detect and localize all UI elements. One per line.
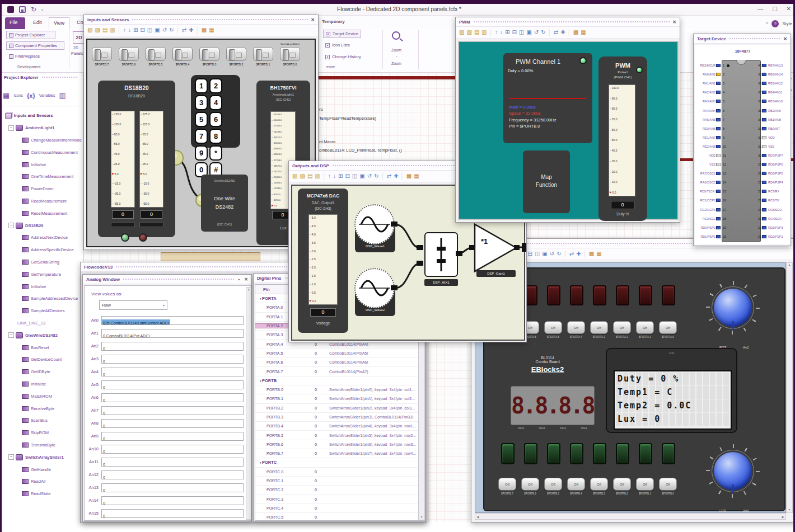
keypad-key[interactable]: 3 xyxy=(195,95,208,110)
tree-item[interactable]: AddressNextDevice xyxy=(2,232,83,244)
tree-item[interactable]: Initialise xyxy=(2,280,83,293)
close-icon[interactable]: ✕ xyxy=(672,20,676,25)
channel-value-field[interactable]: 0 xyxy=(101,380,244,389)
pin-row[interactable]: PORTB.40SwitchArraySlider1(pin4), keypad… xyxy=(255,422,418,431)
ds18b20-slider-2[interactable]: 125.0105.085.065.045.025.05.0-15.0-35.0-… xyxy=(139,111,163,208)
zoom-icon[interactable] xyxy=(392,31,400,40)
tree-item[interactable]: ChangeMeasurementMode xyxy=(2,134,83,147)
dsp-gain-triangle[interactable] xyxy=(475,224,516,271)
pin-row[interactable]: PORTA.70ComboBL0114(PinA7) xyxy=(255,367,418,376)
close-button[interactable]: ✕ xyxy=(787,6,791,12)
toolbar-icon[interactable]: │ xyxy=(381,173,385,179)
zoom-minus[interactable]: - xyxy=(396,54,397,58)
channel-value-field[interactable]: 0 xyxy=(101,432,244,441)
toolbar-icon[interactable]: │ xyxy=(489,30,493,35)
toolbar-icon[interactable]: ✚ xyxy=(560,30,565,35)
tree-item[interactable]: Initialise xyxy=(2,158,83,171)
toolbar-icon[interactable]: ⊟ xyxy=(140,27,144,33)
port-b-switch-button[interactable]: Off xyxy=(521,478,539,491)
toolbar-icon[interactable]: ▨ xyxy=(95,27,100,33)
toolbar-icon[interactable]: ⊟ xyxy=(345,173,349,179)
tree-item[interactable]: AmbientLight1 xyxy=(2,122,83,134)
tab-edit[interactable]: Edit xyxy=(29,17,46,29)
toolbar-icon[interactable]: │ xyxy=(564,251,567,257)
toolbar-icon[interactable]: ⇄ xyxy=(182,27,186,33)
toolbar-icon[interactable]: ↻ xyxy=(374,173,378,179)
keypad-key[interactable]: * xyxy=(209,145,222,161)
pin-row[interactable]: PORTC.50 xyxy=(255,513,418,520)
toolbar-icon[interactable]: ↑ xyxy=(328,173,331,179)
toolbar-icon[interactable]: ▤ xyxy=(474,30,479,35)
pin-row[interactable]: PORTC.20 xyxy=(255,486,418,495)
toolbar-icon[interactable]: ↺ xyxy=(534,30,539,35)
toolbar-icon[interactable]: │ xyxy=(118,27,121,33)
channel-value-field[interactable]: 0 xyxy=(101,393,244,402)
tree-item[interactable]: OneWireDS2482 xyxy=(2,329,83,341)
toolbar-icon[interactable]: ↑ xyxy=(123,27,126,33)
keypad-key[interactable]: 1 xyxy=(195,78,208,93)
port-b-switch-button[interactable]: Off xyxy=(659,478,677,491)
pin-row[interactable]: PORTB.60SwitchArraySlider1(pin6), keypad… xyxy=(255,440,418,449)
tab-view[interactable]: View xyxy=(49,17,69,29)
pin-row[interactable]: PORTC.10 xyxy=(255,477,418,486)
port-a-switch-button[interactable]: Off xyxy=(590,321,608,334)
toolbar-icon[interactable]: ▩ xyxy=(589,251,594,257)
help-icon[interactable]: ? xyxy=(771,20,779,27)
tree-item[interactable]: SampleAllDevices xyxy=(2,305,83,317)
board-horizontal-scrollbar[interactable]: ◀▶ xyxy=(475,513,786,520)
pwm-duty-slider[interactable]: 100.090.080.070.060.050.040.030.020.010.… xyxy=(609,84,635,196)
board-vertical-scrollbar[interactable]: ▲▼ xyxy=(786,262,793,513)
toolbar-icon[interactable]: ↻ xyxy=(541,30,545,35)
toolbar-icon[interactable]: ▣ xyxy=(542,251,547,257)
pin-row[interactable]: PORTA.50ComboBL0114(PinA5) xyxy=(255,349,418,358)
icons-tab-label[interactable]: Icons xyxy=(13,93,23,97)
keypad-key[interactable]: 2 xyxy=(209,78,222,93)
toolbar-icon[interactable]: ▣ xyxy=(155,27,160,33)
channel-value-field[interactable]: 0 xyxy=(101,406,244,415)
port-b-switch-button[interactable]: Off xyxy=(590,478,608,491)
toolbar-icon[interactable]: ▥ xyxy=(481,30,487,35)
tree-item[interactable]: GetIDByte xyxy=(2,366,83,378)
pin-icon[interactable]: • xyxy=(238,277,240,282)
pin-row[interactable]: PORTC.40 xyxy=(255,504,418,513)
component-properties-button[interactable]: Component Properties xyxy=(6,41,64,50)
analog-scrollbar[interactable]: ▲ xyxy=(246,287,251,520)
tree-item[interactable]: ScanBus xyxy=(2,415,83,427)
toolbar-icon[interactable]: ↺ xyxy=(162,27,167,33)
tree-item[interactable]: Initialise xyxy=(2,378,83,390)
toolbar-icon[interactable]: ▧ xyxy=(459,30,464,35)
port-b-switch-button[interactable]: Off xyxy=(567,478,585,491)
tree-item[interactable]: SwitchArraySlider1 xyxy=(2,451,83,463)
keypad-key[interactable]: 8 xyxy=(209,129,222,144)
channel-value-field[interactable]: 0 xyxy=(101,419,244,428)
tree-item[interactable]: ResetMeasurement xyxy=(2,207,83,219)
close-icon[interactable]: ✕ xyxy=(311,17,315,22)
toolbar-icon[interactable]: ▣ xyxy=(526,30,531,35)
find-replace-button[interactable]: Find/Replace xyxy=(6,52,50,60)
toolbar-icon[interactable]: ▨ xyxy=(300,173,305,179)
tree-item[interactable]: GetHandle xyxy=(2,463,83,475)
pin-row[interactable]: PORTC.30 xyxy=(255,495,418,504)
toolbar-icon[interactable]: ↓ xyxy=(128,27,131,33)
tree-item[interactable]: BusReset xyxy=(2,341,83,354)
toolbar-icon[interactable]: │ xyxy=(176,27,180,33)
ribbon-checkbox[interactable]: Change History xyxy=(323,53,363,60)
tab-file[interactable]: File xyxy=(5,17,25,29)
toolbar-icon[interactable]: ✚ xyxy=(576,251,581,257)
keypad-key[interactable]: 7 xyxy=(195,129,208,144)
toolbar-icon[interactable]: │ xyxy=(196,27,199,33)
toolbar-icon[interactable]: │ xyxy=(401,173,404,179)
toolbar-icon[interactable]: ↻ xyxy=(169,27,174,33)
tree-item[interactable]: SampleAddressedDevice xyxy=(2,293,83,305)
toolbar-icon[interactable]: ⇄ xyxy=(387,173,391,179)
toolbar-icon[interactable]: ↓ xyxy=(333,173,336,179)
pin-row[interactable]: PORTB.30SwitchArraySlider1(pin3), ComboB… xyxy=(255,413,418,422)
pin-row[interactable]: PORTB.00SwitchArraySlider1(pin0), keypad… xyxy=(255,385,418,394)
channel-value-field[interactable]: 0 xyxy=(101,342,244,351)
toolbar-icon[interactable]: ▦ xyxy=(209,27,214,33)
tree-item[interactable]: ReadAll xyxy=(2,475,83,488)
tree-item[interactable]: ReceiveByte xyxy=(2,402,83,415)
close-icon[interactable]: ✕ xyxy=(783,36,787,41)
tree-item[interactable]: GetSerialString xyxy=(2,256,83,269)
toolbar-icon[interactable]: ⊞ xyxy=(338,173,343,179)
